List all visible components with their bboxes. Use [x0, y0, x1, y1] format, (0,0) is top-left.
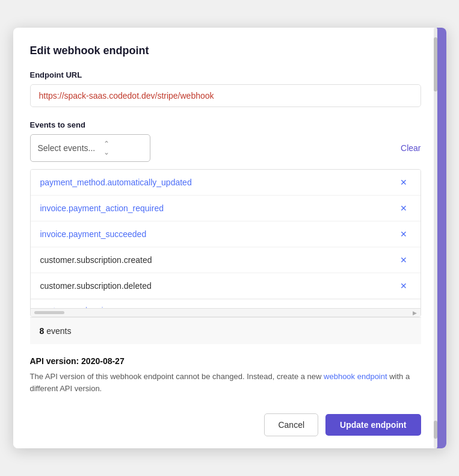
events-list[interactable]: payment_method.automatically_updated ✕ i…	[31, 170, 420, 308]
events-count-label: events	[46, 326, 71, 336]
event-remove-button[interactable]: ✕	[396, 255, 411, 265]
event-item: payment_method.automatically_updated ✕	[31, 170, 420, 196]
select-events-dropdown[interactable]: Select events... ⌃⌄	[30, 134, 150, 162]
events-list-container: payment_method.automatically_updated ✕ i…	[30, 169, 421, 317]
event-name-partial: customer.subscri...	[40, 306, 111, 308]
event-item: invoice.payment_action_required ✕	[31, 196, 420, 221]
api-desc-link[interactable]: webhook endpoint	[324, 372, 387, 381]
right-panel-hint	[437, 28, 446, 448]
events-label: Events to send	[30, 120, 421, 129]
event-name: invoice.payment_succeeded	[40, 229, 147, 239]
event-remove-button[interactable]: ✕	[396, 203, 411, 214]
events-header: Select events... ⌃⌄ Clear	[30, 134, 421, 162]
update-endpoint-button[interactable]: Update endpoint	[325, 414, 420, 436]
event-name: customer.subscription.created	[40, 255, 152, 265]
event-item: invoice.payment_succeeded ✕	[31, 221, 420, 247]
events-count-bar: 8 events	[30, 317, 421, 344]
endpoint-url-label: Endpoint URL	[30, 70, 421, 79]
edit-webhook-modal: Edit webhook endpoint Endpoint URL Event…	[13, 28, 446, 448]
event-item: customer.subscription.created ✕	[31, 247, 420, 273]
event-name: customer.subscription.deleted	[40, 281, 152, 291]
event-remove-button[interactable]: ✕	[396, 229, 411, 240]
event-remove-button[interactable]: ✕	[396, 280, 411, 291]
events-count: 8	[40, 326, 45, 336]
modal-footer: Cancel Update endpoint	[13, 404, 446, 448]
select-events-placeholder: Select events...	[38, 143, 96, 153]
api-description: The API version of this webhook endpoint…	[30, 371, 421, 394]
event-item: customer.subscription.deleted ✕	[31, 273, 420, 299]
chevron-icon: ⌃⌄	[103, 140, 109, 156]
event-item-partial: customer.subscri...	[31, 299, 420, 308]
modal-title: Edit webhook endpoint	[30, 45, 421, 57]
events-section: Events to send Select events... ⌃⌄ Clear…	[30, 120, 421, 344]
api-section: API version: 2020-08-27 The API version …	[13, 344, 446, 404]
horizontal-scrollbar: ▶	[31, 308, 420, 317]
api-version-title: API version: 2020-08-27	[30, 356, 421, 366]
cancel-button[interactable]: Cancel	[264, 413, 318, 436]
endpoint-url-input[interactable]	[30, 84, 421, 107]
endpoint-url-section: Endpoint URL	[30, 70, 421, 120]
event-name: invoice.payment_action_required	[40, 203, 164, 213]
event-name: payment_method.automatically_updated	[40, 178, 192, 187]
clear-button[interactable]: Clear	[401, 143, 420, 153]
event-remove-button[interactable]: ✕	[396, 177, 411, 188]
